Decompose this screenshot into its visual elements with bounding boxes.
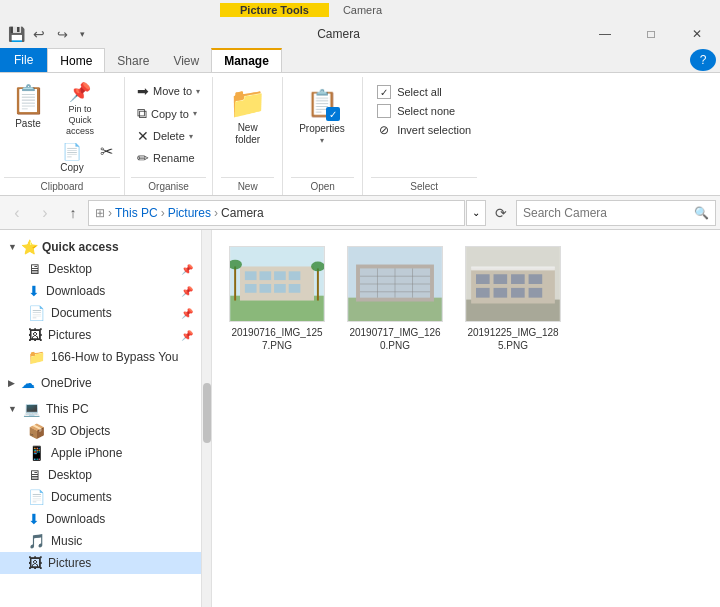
file-name-2: 20190717_IMG_1260.PNG [346,326,444,352]
qat-redo[interactable]: ↪ [52,24,72,44]
open-group: 📋 ✓ Properties ▾ Open [283,77,363,195]
thispc-header[interactable]: ▼ 💻 This PC [0,398,201,420]
window-title: Camera [95,27,582,41]
minimize-button[interactable]: — [582,20,628,48]
tab-home[interactable]: Home [47,48,105,72]
svg-rect-3 [245,272,257,281]
breadcrumb-pictures[interactable]: Pictures [168,206,211,220]
cut-button[interactable]: ✂ [92,140,120,175]
sidebar-item-pictures-pc[interactable]: 🖼 Pictures [0,552,201,574]
svg-rect-4 [259,272,271,281]
quick-access-header[interactable]: ▼ ⭐ Quick access [0,236,201,258]
qat-save[interactable]: 💾 [6,24,26,44]
file-thumb-1 [229,246,325,322]
pin-badge3: 📌 [181,308,193,319]
svg-rect-9 [274,284,286,293]
invert-selection-button[interactable]: ⊘ Invert selection [371,121,477,139]
sidebar-item-documents-pc[interactable]: 📄 Documents [0,486,201,508]
main-content: ▼ ⭐ Quick access 🖥 Desktop 📌 ⬇ Downloads… [0,230,720,607]
file-name-3: 20191225_IMG_1285.PNG [464,326,562,352]
onedrive-chevron: ▶ [8,378,15,388]
pin-quick-access-button[interactable]: 📌 Pin to Quick access [54,79,106,138]
quick-access-section: ▼ ⭐ Quick access 🖥 Desktop 📌 ⬇ Downloads… [0,236,201,368]
file-item-1[interactable]: 20190716_IMG_1257.PNG [222,240,332,358]
open-label: Open [291,177,354,195]
sidebar-item-iphone[interactable]: 📱 Apple iPhone [0,442,201,464]
svg-rect-34 [511,288,525,298]
file-item-2[interactable]: 20190717_IMG_1260.PNG [340,240,450,358]
breadcrumb-sep2: › [161,206,165,220]
svg-rect-30 [511,275,525,285]
paste-button[interactable]: 📋 Paste [4,77,52,133]
tab-file[interactable]: File [0,48,47,72]
breadcrumb[interactable]: ⊞ › This PC › Pictures › Camera [88,200,465,226]
delete-button[interactable]: ✕ Delete ▾ [131,126,206,146]
file-name-1: 20190716_IMG_1257.PNG [228,326,326,352]
onedrive-section: ▶ ☁ OneDrive [0,372,201,394]
copy-to-chevron: ▾ [193,109,197,118]
quick-access-chevron: ▼ [8,242,17,252]
breadcrumb-thispc[interactable]: This PC [115,206,158,220]
svg-rect-31 [529,275,543,285]
svg-rect-8 [259,284,271,293]
tab-share[interactable]: Share [105,50,161,72]
select-label: Select [371,177,477,195]
svg-rect-27 [471,269,555,304]
svg-rect-6 [289,272,301,281]
documents-pc-icon: 📄 [28,489,45,505]
copy-button[interactable]: 📄 Copy [54,140,90,175]
thispc-section: ▼ 💻 This PC 📦 3D Objects 📱 Apple iPhone … [0,398,201,574]
move-to-button[interactable]: ➡ Move to ▾ [131,81,206,101]
rename-icon: ✏ [137,150,149,166]
properties-chevron: ▾ [320,136,324,145]
select-none-button[interactable]: Select none [371,102,477,120]
breadcrumb-sep3: › [214,206,218,220]
close-button[interactable]: ✕ [674,20,720,48]
svg-rect-10 [289,284,301,293]
tab-manage[interactable]: Manage [211,48,282,72]
sidebar-item-downloads[interactable]: ⬇ Downloads 📌 [0,280,201,302]
qat-undo[interactable]: ↩ [29,24,49,44]
sidebar-item-music[interactable]: 🎵 Music [0,530,201,552]
up-button[interactable]: ↑ [60,200,86,226]
dropdown-chevron[interactable]: ⌄ [466,200,486,226]
ribbon-tabs: File Home Share View Manage ? [0,48,720,72]
back-button[interactable]: ‹ [4,200,30,226]
file-item-3[interactable]: 20191225_IMG_1285.PNG [458,240,568,358]
properties-button[interactable]: 📋 ✓ Properties ▾ [291,81,353,149]
sidebar-item-desktop[interactable]: 🖥 Desktop 📌 [0,258,201,280]
organise-group: ➡ Move to ▾ ⧉ Copy to ▾ ✕ Delete ▾ ✏ Ren… [125,77,213,195]
tab-view[interactable]: View [161,50,211,72]
search-input[interactable] [523,206,690,220]
help-button[interactable]: ? [690,49,716,71]
sidebar-item-desktop-pc[interactable]: 🖥 Desktop [0,464,201,486]
rename-button[interactable]: ✏ Rename [131,148,206,168]
refresh-button[interactable]: ⟳ [488,200,514,226]
onedrive-item[interactable]: ▶ ☁ OneDrive [0,372,201,394]
maximize-button[interactable]: □ [628,20,674,48]
pin-icon: 📌 [69,81,91,103]
search-box[interactable]: 🔍 [516,200,716,226]
new-folder-button[interactable]: 📁 New folder [221,81,274,150]
sidebar-item-pictures-qa[interactable]: 🖼 Pictures 📌 [0,324,201,346]
thispc-chevron: ▼ [8,404,17,414]
folder-166-icon: 📁 [28,349,45,365]
clipboard-label: Clipboard [4,177,120,195]
sidebar-item-documents[interactable]: 📄 Documents 📌 [0,302,201,324]
sidebar-item-166[interactable]: 📁 166-How to Bypass You [0,346,201,368]
desktop-icon: 🖥 [28,261,42,277]
search-icon: 🔍 [694,206,709,220]
svg-rect-33 [494,288,508,298]
sidebar-item-downloads-pc[interactable]: ⬇ Downloads [0,508,201,530]
sidebar-scrollbar[interactable] [202,230,212,607]
qat-dropdown[interactable]: ▾ [75,24,89,44]
invert-icon: ⊘ [377,123,391,137]
select-all-checkbox: ✓ [377,85,391,99]
sidebar-item-3dobjects[interactable]: 📦 3D Objects [0,420,201,442]
copy-to-icon: ⧉ [137,105,147,122]
forward-button[interactable]: › [32,200,58,226]
onedrive-icon: ☁ [21,375,35,391]
select-all-button[interactable]: ✓ Select all [371,83,477,101]
new-folder-icon: 📁 [229,85,266,120]
copy-to-button[interactable]: ⧉ Copy to ▾ [131,103,206,124]
